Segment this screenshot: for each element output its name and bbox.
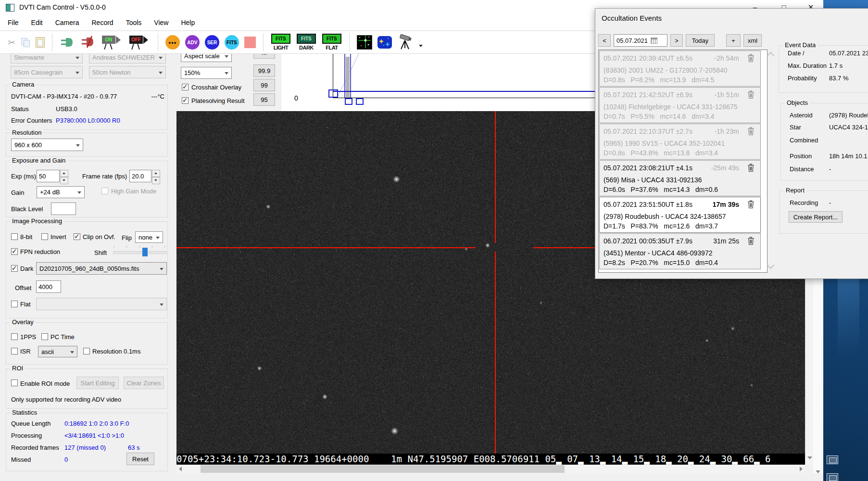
histogram-99-button[interactable]: 99 [253,79,275,91]
event-countdown: -2h 54m [715,54,739,62]
menu-camera[interactable]: Camera [55,19,79,26]
date-field[interactable]: 05.07.2021 [614,34,667,47]
trash-icon[interactable] [747,237,755,246]
histogram-95-button[interactable]: 95 [253,93,275,106]
image-horizontal-scrollbar[interactable] [176,465,805,473]
record-options-icon[interactable]: ••• [165,35,180,50]
flip-select[interactable]: none [135,231,163,243]
clip-checkbox[interactable] [74,233,80,240]
roi-enable-checkbox[interactable] [11,380,18,386]
platesolve-icon[interactable] [357,35,372,50]
fps-input[interactable] [129,170,151,182]
disconnect-icon[interactable] [80,36,96,50]
clear-zones-button[interactable]: Clear Zones [124,377,164,389]
flat-checkbox[interactable] [11,301,18,307]
menu-file[interactable]: File [8,19,19,26]
shift-slider[interactable] [113,246,166,256]
event-row[interactable]: 06.07.2021 00:05:35UT ±7.9s 31m 25s (345… [599,233,761,269]
histogram-marker[interactable] [356,98,364,105]
today-button[interactable]: Today [686,34,715,47]
fits-light-button[interactable]: FITS LIGHT [271,34,291,51]
menu-tools[interactable]: Tools [126,19,142,26]
trash-icon[interactable] [747,54,755,63]
scroll-down-icon[interactable] [807,456,812,459]
fits-dark-button[interactable]: FITS DARK [296,34,316,51]
event-countdown: 31m 25s [713,237,739,245]
event-row[interactable]: 05.07.2021 22:10:37UT ±2.7s -1h 23m (596… [599,124,761,160]
panel-scroll-down-icon[interactable] [816,470,820,473]
cut-icon[interactable]: ✂ [8,37,15,48]
add-event-button[interactable]: + [726,34,741,47]
crosshair-overlay-label: Crosshair Overlay [191,84,241,91]
fits-record-icon[interactable]: FITS [225,35,239,50]
8bit-checkbox[interactable] [11,233,18,240]
exp-input[interactable] [37,170,60,182]
fpn-checkbox[interactable] [11,248,18,255]
telescope-icon[interactable] [397,34,414,51]
histogram-999-button[interactable]: 99.9 [253,64,275,77]
stop-icon[interactable] [244,37,256,48]
event-details: D=1.7s P=83.7% mc=12.6 dm=3.7 [604,222,718,230]
menu-help[interactable]: Help [181,19,195,26]
xml-button[interactable]: xml [743,34,762,47]
taskbar-window-icon[interactable] [827,473,838,481]
calendar-icon[interactable] [651,38,657,44]
event-row-selected[interactable]: 05.07.2021 23:51:50UT ±1.8s 17m 39s (297… [599,197,761,233]
histogram-marker[interactable] [345,98,352,105]
menu-record[interactable]: Record [91,19,113,26]
telescope2-select[interactable]: 50cm Newton [89,66,166,78]
event-row[interactable]: 05.07.2021 21:42:52UT ±6.9s -1h 51m (102… [599,87,761,123]
isr-mode-select[interactable]: ascii [38,346,77,357]
create-report-button[interactable]: Create Report... [789,211,843,223]
camera-off-icon[interactable]: OFF [128,35,151,50]
black-level-input[interactable] [51,203,76,215]
next-day-button[interactable]: > [670,34,683,47]
night-sky-icon[interactable] [377,36,392,49]
list-scroll-up-icon[interactable] [767,52,775,60]
adv-record-icon[interactable]: ADV [185,35,200,50]
menu-view[interactable]: View [154,19,168,26]
dark-file-select[interactable]: D20210705_960_24dB_0050ms.fits [36,262,167,275]
event-row[interactable]: 05.07.2021 20:39:42UT ±6.5s -2h 54m (838… [599,51,761,87]
trash-icon[interactable] [747,90,755,100]
menu-edit[interactable]: Edit [31,19,43,26]
trash-icon[interactable] [747,127,755,137]
invert-checkbox[interactable] [41,233,48,240]
ser-record-icon[interactable]: SER [205,35,219,50]
dark-checkbox[interactable] [11,265,18,272]
trash-icon[interactable] [747,164,755,173]
paste-icon[interactable] [36,37,45,48]
missed-label: Missed [11,456,31,463]
platesolving-checkbox[interactable] [182,97,189,104]
pctime-checkbox[interactable] [41,333,48,340]
taskbar-window-icon[interactable] [827,456,838,464]
isr-checkbox[interactable] [11,348,18,354]
trash-icon[interactable] [747,200,755,210]
gain-select[interactable]: +24 dB [37,186,85,198]
histogram-marker[interactable] [328,89,338,98]
scrollbar-thumb[interactable] [201,465,565,473]
resolution-select[interactable]: 960 x 600 [11,139,83,151]
copy-icon[interactable] [21,38,30,47]
prev-day-button[interactable]: < [598,34,611,47]
high-gain-checkbox[interactable] [101,188,108,194]
flat-file-select[interactable] [36,298,167,310]
start-editing-button[interactable]: Start Editing [76,377,119,389]
fps-stepper[interactable] [152,170,160,184]
scroll-left-icon[interactable] [179,467,182,471]
list-scroll-down-icon[interactable] [767,262,775,269]
reset-button[interactable]: Reset [126,453,154,465]
1pps-checkbox[interactable] [11,333,18,340]
exp-stepper[interactable] [60,170,68,184]
offset-input[interactable] [36,280,61,293]
crosshair-overlay-checkbox[interactable] [182,84,189,90]
scroll-right-icon[interactable] [800,467,803,471]
telescope-dropdown-icon[interactable] [419,45,423,47]
connect-icon[interactable] [60,36,75,49]
camera-on-icon[interactable]: ON [101,35,123,50]
resolution01ms-checkbox[interactable] [83,348,90,354]
event-row[interactable]: 05.07.2021 23:08:21UT ±4.1s -25m 49s (56… [599,160,761,196]
telescope1-select[interactable]: 85cm Cassegrain [11,66,83,78]
zoom-select[interactable]: 150% [181,67,232,79]
fits-flat-button[interactable]: FITS FLAT [322,34,342,51]
